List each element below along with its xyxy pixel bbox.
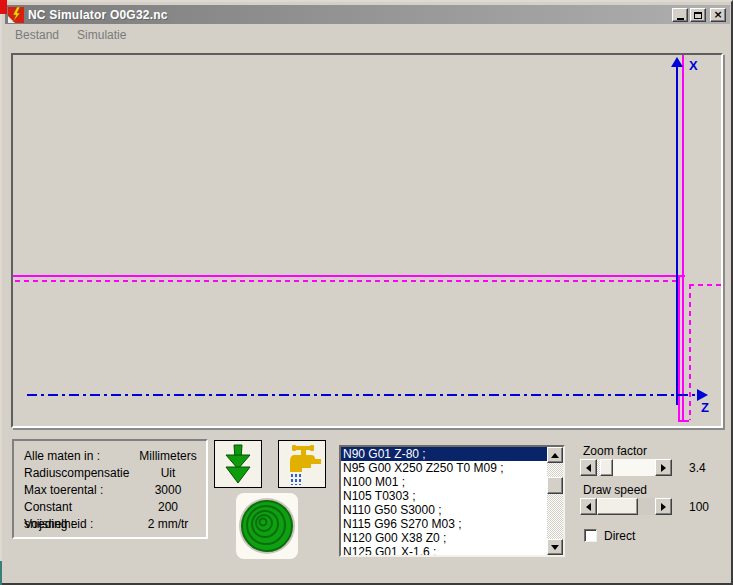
list-item[interactable]: N110 G50 S3000 ;: [341, 503, 547, 517]
draw-speed-increase-button[interactable]: [655, 498, 672, 515]
close-button[interactable]: ×: [710, 8, 726, 22]
menu-bar: Bestand Simulatie: [6, 26, 730, 44]
app-window: NC Simulator O0G32.nc × Bestand Simulati…: [0, 0, 733, 585]
list-item[interactable]: N105 T0303 ;: [341, 489, 547, 503]
maximize-button[interactable]: [690, 8, 706, 22]
list-item[interactable]: N90 G01 Z-80 ;: [341, 447, 547, 461]
workpiece-profile-line-vertical-top: [682, 55, 684, 277]
left-arrow-icon: [586, 464, 591, 472]
background-artifact-teal: [0, 561, 2, 585]
draw-speed-value: 100: [689, 500, 709, 514]
close-icon: ×: [713, 10, 722, 20]
minimize-button[interactable]: [672, 8, 688, 22]
simulation-canvas: X Z: [11, 53, 723, 428]
x-axis-line: [676, 65, 678, 405]
info-row-radius-compensation: Radiuscompensatie : Uit: [24, 465, 206, 482]
tool-dashed-line-horizontal: [689, 284, 721, 286]
zoom-factor-track-right[interactable]: [613, 459, 655, 476]
scrollbar-thumb[interactable]: [547, 477, 563, 494]
z-axis-label: Z: [701, 400, 709, 415]
workpiece-profile-line-horizontal: [13, 275, 685, 277]
nc-program-lines: N90 G01 Z-80 ; N95 G00 X250 Z250 T0 M09 …: [341, 447, 547, 555]
titlebar: NC Simulator O0G32.nc ×: [5, 5, 730, 24]
info-row-units: Alle maten in : Millimeters: [24, 448, 206, 465]
info-row-max-rpm: Max toerental : 3000: [24, 482, 206, 499]
info-row-feed: Voeding : 2 mm/tr: [24, 516, 206, 533]
zoom-factor-slider[interactable]: [580, 459, 672, 476]
scroll-down-button[interactable]: [547, 539, 563, 555]
start-simulation-button[interactable]: [214, 440, 262, 488]
right-arrow-icon: [661, 464, 666, 472]
tool-path-line-bottom: [678, 420, 689, 422]
x-axis-arrowhead-icon: [671, 57, 683, 67]
zoom-factor-decrease-button[interactable]: [580, 459, 597, 476]
green-down-arrow-icon: [218, 443, 258, 485]
info-row-cutting-speed: Constant snijsnelheid : 200: [24, 499, 206, 516]
list-item[interactable]: N120 G00 X38 Z0 ;: [341, 531, 547, 545]
settings-info-panel: Alle maten in : Millimeters Radiuscompen…: [12, 439, 208, 539]
z-axis-line: [27, 394, 699, 396]
right-arrow-icon: [661, 503, 666, 511]
workpiece-front-view: [236, 493, 298, 559]
down-arrow-icon: [551, 545, 559, 550]
nc-program-listbox[interactable]: N90 G01 Z-80 ; N95 G00 X250 Z250 T0 M09 …: [339, 445, 565, 557]
green-concentric-circles-icon: [238, 496, 296, 556]
draw-speed-slider[interactable]: [580, 498, 672, 515]
menu-bestand[interactable]: Bestand: [13, 26, 61, 44]
coolant-button[interactable]: [278, 440, 326, 488]
tool-dashed-line-vertical: [689, 284, 691, 420]
zoom-factor-value: 3.4: [689, 461, 706, 475]
window-title: NC Simulator O0G32.nc: [28, 8, 168, 22]
tool-path-line-right: [682, 277, 684, 422]
workpiece-dashed-line-horizontal: [15, 280, 676, 282]
list-item[interactable]: N100 M01 ;: [341, 475, 547, 489]
up-arrow-icon: [551, 453, 559, 458]
background-artifact-red: [0, 0, 7, 14]
tool-path-line-left: [678, 277, 680, 422]
draw-speed-label: Draw speed: [583, 483, 647, 497]
minimize-icon: [677, 18, 684, 20]
maximize-icon: [694, 12, 702, 19]
faucet-icon: [281, 442, 323, 486]
zoom-factor-increase-button[interactable]: [655, 459, 672, 476]
direct-checkbox-label: Direct: [604, 529, 635, 543]
draw-speed-thumb[interactable]: [597, 498, 638, 515]
zoom-factor-thumb[interactable]: [600, 459, 613, 476]
list-item[interactable]: N115 G96 S270 M03 ;: [341, 517, 547, 531]
list-item[interactable]: N125 G01 X-1.6 ;: [341, 545, 547, 555]
draw-speed-decrease-button[interactable]: [580, 498, 597, 515]
left-arrow-icon: [586, 503, 591, 511]
menu-simulatie[interactable]: Simulatie: [75, 26, 128, 44]
app-icon: [8, 7, 24, 23]
list-item[interactable]: N95 G00 X250 Z250 T0 M09 ;: [341, 461, 547, 475]
x-axis-label: X: [689, 58, 698, 73]
zoom-factor-label: Zoom factor: [583, 444, 647, 458]
listbox-scrollbar[interactable]: [547, 447, 563, 555]
scroll-up-button[interactable]: [547, 447, 563, 463]
window-controls: ×: [672, 8, 726, 22]
direct-checkbox[interactable]: [584, 529, 597, 542]
